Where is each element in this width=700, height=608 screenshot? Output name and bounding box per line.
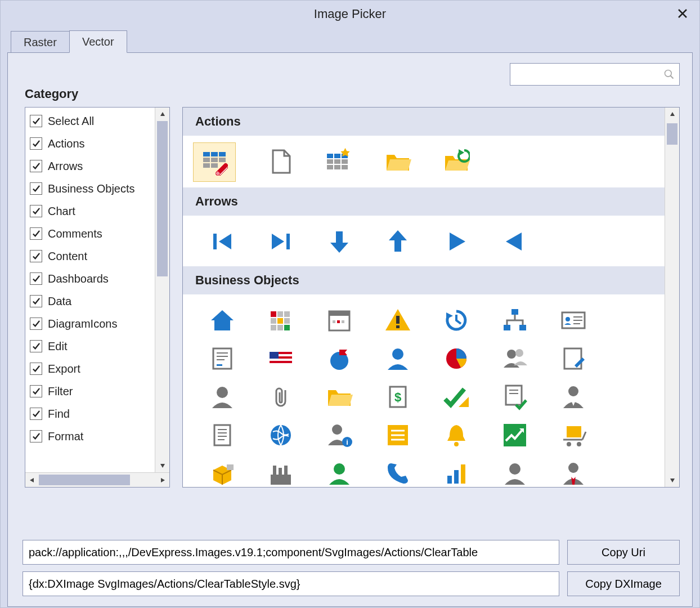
- checkbox[interactable]: [30, 430, 42, 442]
- scroll-down-arrow[interactable]: [155, 459, 169, 472]
- icon-bell[interactable]: [427, 416, 486, 454]
- icon-id-card[interactable]: [544, 301, 603, 339]
- checkbox[interactable]: [30, 227, 42, 240]
- checkbox[interactable]: [30, 408, 42, 420]
- category-item[interactable]: Edit: [29, 335, 155, 357]
- icon-phone[interactable]: [369, 454, 427, 487]
- icon-new-document[interactable]: [252, 142, 310, 181]
- scroll-down-arrow[interactable]: [665, 473, 679, 487]
- icon-open-folder[interactable]: [369, 142, 427, 181]
- scroll-thumb[interactable]: [157, 121, 168, 276]
- icon-play[interactable]: [427, 222, 486, 261]
- scroll-right-arrow[interactable]: [156, 473, 169, 487]
- category-item[interactable]: Filter: [29, 380, 155, 403]
- icon-attachment[interactable]: [252, 378, 310, 416]
- checkbox[interactable]: [30, 363, 42, 375]
- tab-vector[interactable]: Vector: [69, 30, 127, 53]
- category-item[interactable]: DiagramIcons: [29, 312, 155, 335]
- icon-open-recent[interactable]: [427, 142, 486, 181]
- icon-trending[interactable]: [486, 416, 544, 454]
- category-item[interactable]: Dashboards: [29, 267, 155, 290]
- icon-warning[interactable]: [369, 301, 427, 339]
- scroll-left-arrow[interactable]: [25, 473, 39, 487]
- tab-raster[interactable]: Raster: [11, 31, 69, 53]
- icon-factory[interactable]: [252, 454, 310, 487]
- icon-new-table[interactable]: [310, 142, 369, 181]
- icon-bar-chart[interactable]: [427, 454, 486, 487]
- checkbox[interactable]: [30, 340, 42, 352]
- category-item[interactable]: Format: [29, 425, 155, 448]
- icon-user-info[interactable]: i: [310, 416, 369, 454]
- icon-clear-table-style[interactable]: [193, 142, 236, 182]
- checkbox[interactable]: [30, 182, 42, 195]
- icon-history[interactable]: [427, 301, 486, 339]
- icon-check-chart[interactable]: [427, 378, 486, 416]
- icon-org-chart[interactable]: [486, 301, 544, 339]
- category-item[interactable]: Arrows: [29, 155, 155, 177]
- icon-user-tie[interactable]: [544, 454, 603, 487]
- scroll-up-arrow[interactable]: [665, 108, 679, 121]
- icon-home[interactable]: [193, 301, 252, 339]
- scroll-track[interactable]: [155, 121, 169, 459]
- category-item[interactable]: Chart: [29, 200, 155, 222]
- icon-user-gray2[interactable]: [486, 454, 544, 487]
- category-scrollbar-vertical[interactable]: [155, 108, 169, 472]
- scroll-track-h[interactable]: [39, 473, 156, 487]
- checkbox[interactable]: [30, 205, 42, 217]
- icon-down[interactable]: [310, 222, 369, 261]
- icon-doc-check[interactable]: [486, 378, 544, 416]
- checkbox[interactable]: [30, 137, 42, 150]
- icon-pie-chart[interactable]: [427, 339, 486, 378]
- checkbox[interactable]: [30, 115, 42, 127]
- icon-color-grid[interactable]: [252, 301, 310, 339]
- category-item[interactable]: Data: [29, 290, 155, 312]
- icon-calendar[interactable]: [310, 301, 369, 339]
- icon-note[interactable]: [193, 339, 252, 378]
- search-field[interactable]: [510, 63, 680, 86]
- category-item[interactable]: Comments: [29, 222, 155, 245]
- category-item[interactable]: Business Objects: [29, 177, 155, 200]
- scroll-thumb[interactable]: [667, 123, 677, 145]
- checkbox[interactable]: [30, 385, 42, 397]
- icon-flag-us[interactable]: [252, 339, 310, 378]
- uri-input[interactable]: [23, 540, 559, 565]
- icon-users[interactable]: [486, 339, 544, 378]
- scroll-up-arrow[interactable]: [155, 108, 169, 121]
- icon-business-user[interactable]: [544, 378, 603, 416]
- category-scrollbar-horizontal[interactable]: [25, 472, 169, 487]
- search-input[interactable]: [510, 69, 659, 81]
- checkbox[interactable]: [30, 295, 42, 307]
- category-item[interactable]: Select All: [29, 110, 155, 132]
- copy-dximage-button[interactable]: Copy DXImage: [567, 571, 680, 596]
- icon-user-gray[interactable]: [193, 378, 252, 416]
- icon-folder[interactable]: [310, 378, 369, 416]
- category-item[interactable]: Export: [29, 357, 155, 380]
- scroll-thumb-h[interactable]: [39, 475, 130, 485]
- checkbox[interactable]: [30, 160, 42, 172]
- icon-invoice[interactable]: $: [369, 378, 427, 416]
- close-button[interactable]: [671, 4, 694, 23]
- icon-cart[interactable]: [544, 416, 603, 454]
- icon-document[interactable]: [193, 416, 252, 454]
- category-item[interactable]: Content: [29, 245, 155, 267]
- icon-list[interactable]: [369, 416, 427, 454]
- category-item[interactable]: Find: [29, 403, 155, 425]
- copy-uri-button[interactable]: Copy Uri: [567, 540, 680, 565]
- icon-edit-doc[interactable]: [544, 339, 603, 378]
- checkbox[interactable]: [30, 318, 42, 330]
- checkbox[interactable]: [30, 250, 42, 262]
- scroll-track[interactable]: [665, 121, 679, 473]
- dximage-input[interactable]: [23, 571, 559, 596]
- icon-user-green[interactable]: [310, 454, 369, 487]
- gallery-scrollbar-vertical[interactable]: [665, 108, 679, 487]
- checkbox[interactable]: [30, 272, 42, 285]
- icon-last[interactable]: [252, 222, 310, 261]
- icon-user-blue[interactable]: [369, 339, 427, 378]
- icon-package[interactable]: [193, 454, 252, 487]
- category-item[interactable]: Actions: [29, 132, 155, 155]
- icon-first[interactable]: [193, 222, 252, 261]
- icon-up[interactable]: [369, 222, 427, 261]
- icon-globe-flag[interactable]: [310, 339, 369, 378]
- icon-globe[interactable]: [252, 416, 310, 454]
- icon-back[interactable]: [486, 222, 544, 261]
